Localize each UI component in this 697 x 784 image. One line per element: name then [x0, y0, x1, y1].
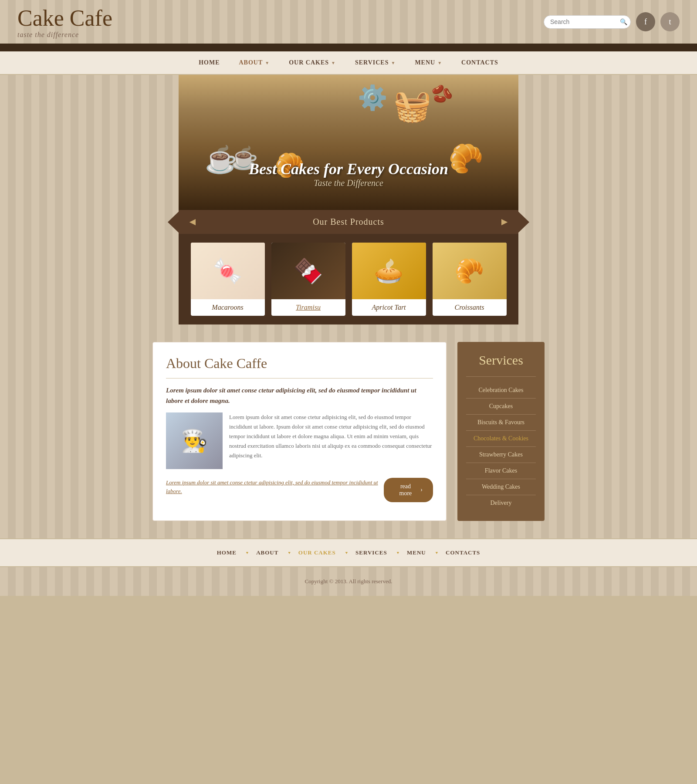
product-image-tart: 🥧 — [352, 243, 426, 299]
service-item-cupcakes[interactable]: Cupcakes — [466, 399, 536, 413]
search-input[interactable] — [550, 18, 620, 25]
footer-nav-about[interactable]: ABOUT — [248, 547, 286, 558]
center-block: ☕ ☕ 🥐 🥐 🧺 ⚙️ 🫘 Best Cakes for Every Occa… — [0, 75, 697, 324]
zigzag-divider — [0, 44, 697, 51]
hero-main-text: Best Cakes for Every Occasion — [179, 160, 518, 178]
service-item-wedding[interactable]: Wedding Cakes — [466, 480, 536, 494]
product-name-tiramisu: Tiramisu — [271, 299, 345, 316]
header: Cake Cafe taste the difference 🔍 f t — [0, 0, 697, 44]
product-card-croissants[interactable]: 🥐 Croissants — [433, 243, 507, 316]
products-section: 🍬 Macaroons 🍫 Tiramisu 🥧 Apricot Tart 🥐 — [179, 234, 518, 324]
about-bottom: Lorem ipsum dolor sit amet conse ctetur … — [166, 478, 433, 502]
about-card: About Cake Caffe Lorem ipsum dolor sit a… — [152, 342, 447, 521]
nav-label-home: HOME — [199, 59, 220, 66]
nav-label-contacts: CONTACTS — [461, 59, 498, 66]
facebook-button[interactable]: f — [636, 12, 655, 31]
banner-title: Our Best Products — [313, 217, 384, 227]
search-box[interactable]: 🔍 — [544, 15, 631, 29]
nav-arrow-about: ▼ — [265, 61, 270, 65]
copyright-text: Copyright © 2013. All rights reserved. — [305, 578, 392, 585]
nav-item-menu[interactable]: MENU ▼ — [405, 51, 452, 74]
product-image-croissants: 🥐 — [433, 243, 507, 299]
services-card: Services Celebration Cakes Cupcakes Bisc… — [457, 342, 545, 521]
read-more-button[interactable]: read more › — [384, 478, 433, 502]
nav-label-our-cakes: OUR CAKES — [289, 59, 329, 66]
chef-image: 👨‍🍳 — [166, 412, 223, 469]
product-card-macaroons[interactable]: 🍬 Macaroons — [191, 243, 265, 316]
product-image-macaroons: 🍬 — [191, 243, 265, 299]
main-wrapper: About Cake Caffe Lorem ipsum dolor sit a… — [0, 324, 697, 538]
banner-prev-arrow[interactable]: ◄ — [187, 216, 198, 228]
hero-sub-text: Taste the Difference — [179, 178, 518, 188]
nav-item-our-cakes[interactable]: OUR CAKES ▼ — [279, 51, 345, 74]
product-image-tiramisu: 🍫 — [271, 243, 345, 299]
services-divider — [466, 376, 536, 377]
logo-subtitle: taste the difference — [17, 31, 112, 39]
nav-arrow-services: ▼ — [391, 61, 396, 65]
service-item-strawberry[interactable]: Strawberry Cakes — [466, 448, 536, 462]
twitter-icon: t — [669, 17, 671, 27]
main-nav: HOME ABOUT ▼ OUR CAKES ▼ SERVICES ▼ MENU… — [0, 51, 697, 75]
service-divider-0 — [466, 398, 536, 399]
facebook-icon: f — [644, 17, 647, 27]
footer-nav-label-our-cakes: OUR CAKES — [298, 549, 336, 556]
service-divider-5 — [466, 479, 536, 479]
service-item-flavor[interactable]: Flavor Cakes — [466, 464, 536, 478]
footer-nav-label-home: HOME — [217, 549, 237, 556]
service-divider-6 — [466, 495, 536, 495]
services-title: Services — [466, 353, 536, 368]
hero-container: ☕ ☕ 🥐 🥐 🧺 ⚙️ 🫘 Best Cakes for Every Occa… — [179, 75, 518, 234]
nav-item-about[interactable]: ABOUT ▼ — [229, 51, 279, 74]
nav-arrow-menu: ▼ — [437, 61, 442, 65]
nav-item-contacts[interactable]: CONTACTS — [452, 51, 508, 74]
footer-nav-services[interactable]: SERVICES — [348, 547, 395, 558]
read-more-arrow-icon: › — [420, 487, 423, 493]
nav-item-home[interactable]: HOME — [189, 51, 229, 74]
hero-text-overlay: Best Cakes for Every Occasion Taste the … — [179, 160, 518, 188]
header-right: 🔍 f t — [544, 12, 680, 31]
about-body-area: 👨‍🍳 Lorem ipsum dolor sit amet conse cte… — [166, 412, 433, 469]
nav-item-services[interactable]: SERVICES ▼ — [345, 51, 405, 74]
footer-nav-menu[interactable]: MENU — [399, 547, 434, 558]
logo-title: Cake Cafe — [17, 5, 112, 31]
service-divider-4 — [466, 463, 536, 463]
service-item-chocolates[interactable]: Chocolates & Cookies — [466, 432, 536, 446]
product-name-macaroons: Macaroons — [191, 299, 265, 316]
products-banner: ◄ Our Best Products ► — [179, 210, 518, 234]
footer-nav-label-menu: MENU — [407, 549, 426, 556]
banner-next-arrow[interactable]: ► — [499, 216, 510, 228]
service-divider-3 — [466, 446, 536, 447]
service-item-delivery[interactable]: Delivery — [466, 496, 536, 510]
product-card-tart[interactable]: 🥧 Apricot Tart — [352, 243, 426, 316]
nav-label-services: SERVICES — [355, 59, 389, 66]
service-item-celebration[interactable]: Celebration Cakes — [466, 383, 536, 397]
service-item-biscuits[interactable]: Biscuits & Favours — [466, 416, 536, 429]
about-link[interactable]: Lorem ipsum dolor sit amet conse ctetur … — [166, 478, 384, 495]
product-card-tiramisu[interactable]: 🍫 Tiramisu — [271, 243, 345, 316]
hero-image: ☕ ☕ 🥐 🥐 🧺 ⚙️ 🫘 Best Cakes for Every Occa… — [179, 75, 518, 210]
about-divider — [166, 378, 433, 378]
footer-nav: HOME ♥ ABOUT ♥ OUR CAKES ♥ SERVICES ♥ ME… — [0, 538, 697, 567]
footer-nav-label-about: ABOUT — [256, 549, 278, 556]
footer-nav-our-cakes[interactable]: OUR CAKES — [291, 547, 344, 558]
nav-inner: HOME ABOUT ▼ OUR CAKES ▼ SERVICES ▼ MENU… — [189, 51, 508, 74]
product-name-croissants: Croissants — [433, 299, 507, 316]
footer-nav-home[interactable]: HOME — [209, 547, 244, 558]
about-title: About Cake Caffe — [166, 355, 433, 372]
chef-icon: 👨‍🍳 — [181, 428, 208, 453]
main-content: About Cake Caffe Lorem ipsum dolor sit a… — [152, 342, 545, 521]
read-more-label: read more — [394, 483, 417, 497]
service-divider-2 — [466, 430, 536, 431]
footer-nav-label-services: SERVICES — [355, 549, 387, 556]
footer-nav-contacts[interactable]: CONTACTS — [438, 547, 488, 558]
copyright-bar: Copyright © 2013. All rights reserved. — [0, 567, 697, 596]
footer-nav-inner: HOME ♥ ABOUT ♥ OUR CAKES ♥ SERVICES ♥ ME… — [209, 547, 488, 558]
footer-nav-label-contacts: CONTACTS — [446, 549, 480, 556]
nav-label-menu: MENU — [415, 59, 435, 66]
service-divider-1 — [466, 414, 536, 415]
nav-arrow-cakes: ▼ — [331, 61, 336, 65]
nav-label-about: ABOUT — [239, 59, 263, 66]
product-name-tart: Apricot Tart — [352, 299, 426, 316]
logo-area: Cake Cafe taste the difference — [17, 5, 112, 39]
twitter-button[interactable]: t — [660, 12, 680, 31]
